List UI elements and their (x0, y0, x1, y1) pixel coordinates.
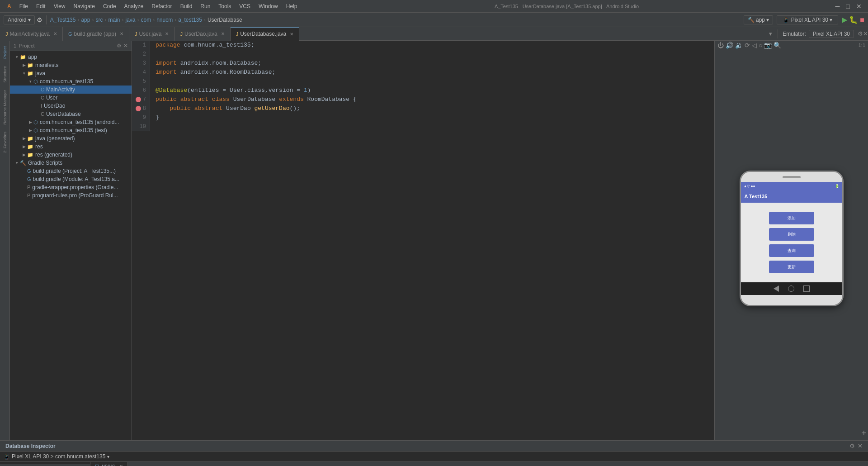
expand-arrow-app[interactable]: ▾ (14, 55, 20, 59)
code-body[interactable]: package com.hnucm.a_test135; import andr… (150, 41, 714, 131)
breadcrumb-root[interactable]: A_Test135 (50, 17, 76, 23)
tab-mainactivity[interactable]: J MainActivity.java ✕ (0, 27, 63, 41)
breadcrumb-app[interactable]: app (81, 17, 90, 23)
structure-strip-icon[interactable]: Structure (1, 64, 9, 85)
menu-item-code[interactable]: Code (99, 2, 120, 10)
favorites-icon[interactable]: 2: Favorites (1, 130, 9, 155)
expand-arrow-res[interactable]: ▶ (21, 144, 27, 149)
tree-item-java-generated[interactable]: ▶ 📁 java (generated) (10, 134, 132, 143)
run-config-dropdown[interactable]: 🔨 app ▾ (744, 15, 774, 24)
expand-arrow-res-gen[interactable]: ▶ (21, 152, 27, 157)
tab-user[interactable]: J User.java ✕ (129, 27, 175, 41)
minimize-button[interactable]: ─ (833, 3, 843, 10)
phone-nav-back[interactable] (774, 285, 779, 292)
menu-item-run[interactable]: Run (197, 2, 214, 10)
device-dropdown[interactable]: 📱 Pixel XL API 30 ▾ (777, 15, 838, 24)
breadcrumb-src[interactable]: src (95, 17, 103, 23)
close-button[interactable]: ✕ (854, 3, 864, 10)
emulator-home[interactable]: ○ (759, 42, 762, 49)
expand-arrow-java-gen[interactable]: ▶ (21, 136, 27, 141)
menu-item-edit[interactable]: Edit (33, 2, 49, 10)
emulator-power[interactable]: ⏻ (717, 42, 724, 49)
breadcrumb-hnucm[interactable]: hnucm (156, 17, 173, 23)
expand-arrow-manifests[interactable]: ▶ (21, 63, 27, 67)
db-inspector-close[interactable]: ✕ (858, 442, 863, 449)
tree-item-package-test[interactable]: ▶ ⬡ com.hnucm.a_test135 (test) (10, 126, 132, 134)
debug-button[interactable]: 🐛 (849, 15, 858, 24)
phone-btn-update[interactable]: 更新 (769, 261, 814, 273)
emulator-device-dropdown[interactable]: Pixel XL API 30 (809, 30, 854, 38)
tree-item-build-gradle-project[interactable]: G build.gradle (Project: A_Test135...) (10, 167, 132, 175)
project-strip-icon[interactable]: Project (1, 44, 9, 61)
tab-overflow[interactable]: ▾ (765, 30, 776, 37)
emulator-screenshot[interactable]: 📷 (764, 42, 772, 49)
tab-userdatabase[interactable]: J UserDatabase.java ✕ (231, 27, 300, 41)
breadcrumb-userdatabase[interactable]: UserDatabase (208, 17, 242, 23)
emulator-close[interactable]: ✕ (863, 30, 868, 37)
menu-item-navigate[interactable]: Navigate (70, 2, 99, 10)
close-tab-userdao[interactable]: ✕ (221, 31, 225, 36)
expand-arrow-package-main[interactable]: ▾ (27, 79, 33, 84)
menu-item-vcs[interactable]: VCS (236, 2, 254, 10)
sidebar-btn-gear[interactable]: ⚙ (117, 43, 122, 49)
menu-item-window[interactable]: Window (255, 2, 282, 10)
close-tab-buildgradle[interactable]: ✕ (120, 31, 123, 36)
tree-item-gradle-wrapper[interactable]: P gradle-wrapper.properties (Gradle... (10, 183, 132, 191)
tab-buildgradle[interactable]: G build.gradle (app) ✕ (63, 27, 129, 41)
menu-item-refactor[interactable]: Refactor (148, 2, 175, 10)
close-tab-user[interactable]: ✕ (165, 31, 169, 36)
menu-item-build[interactable]: Build (177, 2, 196, 10)
menu-item-tools[interactable]: Tools (215, 2, 235, 10)
resource-manager-icon[interactable]: Resource Manager (1, 88, 9, 127)
breadcrumb-java[interactable]: java (125, 17, 135, 23)
tree-item-user[interactable]: C User (10, 94, 132, 102)
run-button[interactable]: ▶ (842, 15, 847, 24)
emulator-volume-down[interactable]: 🔉 (735, 42, 743, 49)
emulator-rotate[interactable]: ⟳ (745, 42, 750, 49)
breadcrumb-com[interactable]: com (141, 17, 151, 23)
tree-item-java[interactable]: ▾ 📁 java (10, 69, 132, 77)
toolbar-project-icon[interactable]: ⚙ (37, 16, 42, 24)
menu-item-analyze[interactable]: Analyze (121, 2, 147, 10)
stop-button[interactable]: ■ (860, 16, 864, 24)
expand-arrow-gradle[interactable]: ▾ (14, 161, 20, 165)
tree-item-package-android[interactable]: ▶ ⬡ com.hnucm.a_test135 (android... (10, 118, 132, 126)
menu-item-help[interactable]: Help (283, 2, 301, 10)
expand-arrow-package-android[interactable]: ▶ (27, 120, 33, 124)
tree-item-manifests[interactable]: ▶ 📁 manifests (10, 61, 132, 69)
phone-nav-recent[interactable] (803, 285, 810, 292)
close-tab-userdatabase[interactable]: ✕ (290, 32, 293, 37)
maximize-button[interactable]: □ (844, 3, 853, 10)
menu-item-view[interactable]: View (50, 2, 69, 10)
tree-item-proguard[interactable]: P proguard-rules.pro (ProGuard Rul... (10, 191, 132, 200)
tree-item-res-generated[interactable]: ▶ 📁 res (generated) (10, 151, 132, 159)
expand-arrow-package-test[interactable]: ▶ (27, 128, 33, 133)
phone-btn-add[interactable]: 添加 (769, 212, 814, 224)
breadcrumb-a_test135[interactable]: a_test135 (178, 17, 202, 23)
db-path-selector[interactable]: Pixel XL API 30 > com.hnucm.atest135 ▾ (12, 453, 109, 460)
tree-item-userdao[interactable]: I UserDao (10, 102, 132, 110)
db-path-dropdown-icon[interactable]: ▾ (107, 454, 109, 459)
tree-item-gradle-scripts[interactable]: ▾ 🔨 Gradle Scripts (10, 159, 132, 167)
tree-item-app[interactable]: ▾ 📁 app (10, 53, 132, 61)
expand-arrow-java[interactable]: ▾ (21, 71, 27, 76)
emulator-volume-up[interactable]: 🔊 (726, 42, 733, 49)
code-editor[interactable]: 1 2 3 4 5 6 7 8 9 10 pack (132, 41, 714, 440)
phone-btn-query[interactable]: 查询 (769, 244, 814, 257)
db-inspector-settings[interactable]: ⚙ (849, 442, 855, 449)
phone-btn-delete[interactable]: 删除 (769, 228, 814, 241)
emulator-expand[interactable]: + (861, 428, 866, 438)
emulator-settings[interactable]: ⚙ (858, 30, 863, 37)
db-tab-users[interactable]: ⊞ users ✕ (90, 462, 128, 466)
tree-item-res[interactable]: ▶ 📁 res (10, 143, 132, 151)
emulator-back[interactable]: ◁ (752, 42, 757, 49)
tree-item-userdatabase[interactable]: C UserDatabase (10, 110, 132, 118)
tab-userdao[interactable]: J UserDao.java ✕ (175, 27, 230, 41)
phone-nav-home[interactable] (788, 285, 794, 292)
menu-item-file[interactable]: File (16, 2, 32, 10)
emulator-zoom[interactable]: 🔍 (774, 42, 781, 49)
db-tab-close-users[interactable]: ✕ (119, 464, 123, 466)
toolbar-android-dropdown[interactable]: Android ▾ (4, 15, 35, 24)
tree-item-mainactivity[interactable]: C MainActivity (10, 86, 132, 94)
tree-item-package-main[interactable]: ▾ ⬡ com.hnucm.a_test135 (10, 77, 132, 86)
